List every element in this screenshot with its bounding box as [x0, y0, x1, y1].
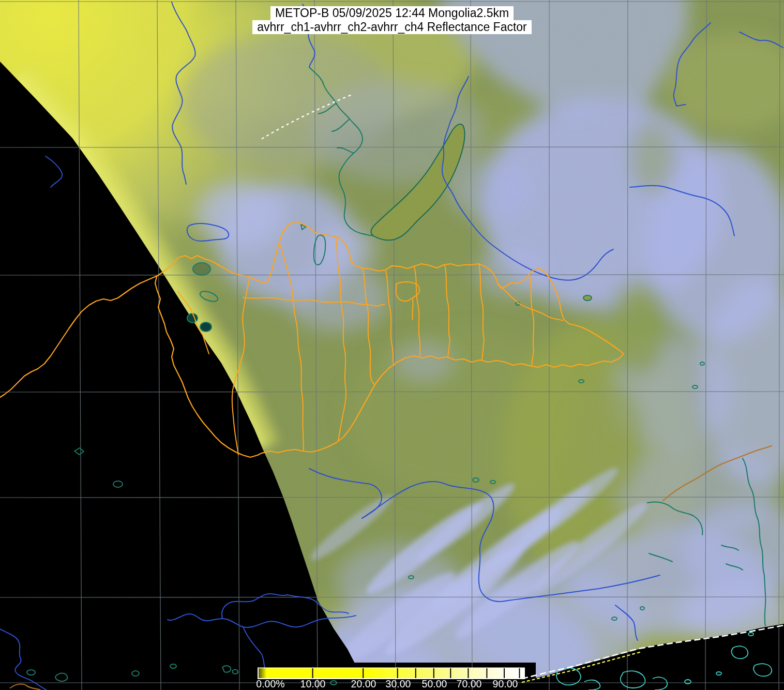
satellite-image: 0.00% 10.00 20.00 30.00 50.00 70.00 90.0…: [0, 0, 784, 690]
colorbar-label-70: 70.00: [457, 678, 482, 689]
colorbar-label-10: 10.00: [300, 678, 326, 689]
colorbar-label-90: 90.00: [493, 678, 518, 689]
colorbar-gradient: [259, 668, 524, 678]
colorbar-label-20: 20.00: [351, 678, 376, 689]
satellite-image-viewport: 0.00% 10.00 20.00 30.00 50.00 70.00 90.0…: [0, 0, 784, 690]
colorbar-label-30: 30.00: [386, 678, 411, 689]
colorbar-label-0: 0.00%: [256, 678, 284, 689]
colorbar-label-50: 50.00: [422, 678, 447, 689]
